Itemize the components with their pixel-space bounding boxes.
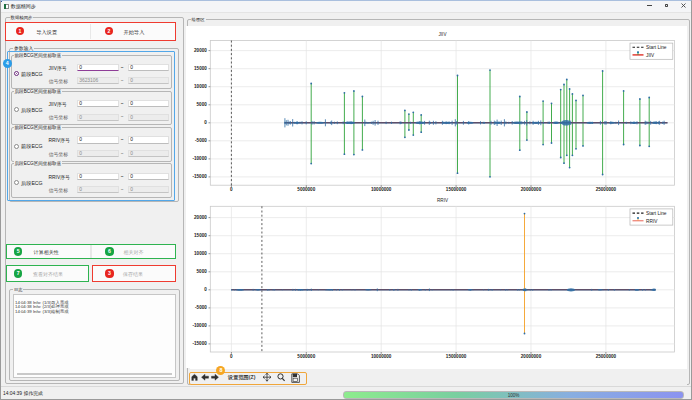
svg-text:Start Line: Start Line	[646, 45, 667, 50]
svg-text:20000000: 20000000	[521, 354, 542, 359]
svg-text:JIIV: JIIV	[646, 53, 655, 58]
svg-text:15000000: 15000000	[446, 187, 467, 192]
svg-text:-15000: -15000	[192, 341, 207, 346]
svg-text:15000: 15000	[194, 233, 207, 238]
svg-text:0: 0	[230, 187, 233, 192]
svg-text:RRIV: RRIV	[646, 219, 658, 224]
svg-text:-5000: -5000	[195, 305, 207, 310]
svg-text:RRIV: RRIV	[437, 198, 449, 203]
svg-text:Start Line: Start Line	[646, 211, 667, 216]
svg-text:20000: 20000	[194, 215, 207, 220]
svg-text:10000000: 10000000	[371, 354, 392, 359]
svg-text:0: 0	[204, 287, 207, 292]
svg-text:-10000: -10000	[192, 156, 207, 161]
svg-text:10000000: 10000000	[371, 187, 392, 192]
svg-text:10000: 10000	[194, 84, 207, 89]
svg-text:5000: 5000	[197, 102, 208, 107]
svg-text:-5000: -5000	[195, 138, 207, 143]
svg-text:5000000: 5000000	[297, 354, 315, 359]
svg-text:5000000: 5000000	[297, 187, 315, 192]
svg-text:20000: 20000	[194, 48, 207, 53]
svg-text:10000: 10000	[194, 251, 207, 256]
svg-text:25000000: 25000000	[596, 354, 617, 359]
svg-text:5000: 5000	[197, 269, 208, 274]
svg-text:-15000: -15000	[192, 174, 207, 179]
svg-text:-10000: -10000	[192, 323, 207, 328]
svg-text:0: 0	[230, 354, 233, 359]
svg-text:25000000: 25000000	[596, 187, 617, 192]
svg-text:20000000: 20000000	[521, 187, 542, 192]
svg-text:0: 0	[204, 120, 207, 125]
svg-text:15000000: 15000000	[446, 354, 467, 359]
svg-text:JIIV: JIIV	[439, 32, 448, 37]
svg-text:15000: 15000	[194, 66, 207, 71]
